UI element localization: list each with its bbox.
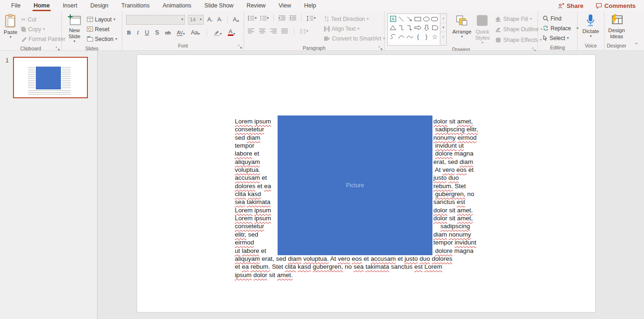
design-ideas-button[interactable]: Design Ideas — [606, 13, 627, 42]
line-spacing-button[interactable]: ▾ — [306, 15, 316, 21]
character-spacing-button[interactable]: AV▾ — [176, 30, 186, 36]
text-highlight-button[interactable]: ▾ — [212, 29, 223, 36]
right-brace-shape-icon[interactable]: } — [425, 34, 427, 40]
increase-font-size-button[interactable]: A^ — [206, 16, 214, 23]
oval-shape-icon[interactable] — [423, 16, 430, 22]
reset-button[interactable]: Reset — [86, 24, 118, 34]
replace-button[interactable]: Replace ▾ — [542, 23, 576, 33]
format-painter-icon — [21, 36, 27, 42]
comments-button[interactable]: Comments — [596, 2, 636, 9]
comments-icon — [596, 3, 602, 9]
shape-gallery[interactable]: A { — [387, 14, 440, 46]
paragraph-dialog-launcher-icon[interactable] — [378, 46, 383, 50]
menu-tab-help[interactable]: Help — [299, 0, 322, 11]
elbow-connector-icon[interactable] — [398, 25, 405, 31]
section-button[interactable]: Section▾ — [86, 34, 118, 44]
strikethrough-button[interactable]: ab — [164, 30, 172, 35]
textbox-shape-icon[interactable]: A — [390, 16, 396, 22]
decrease-indent-button[interactable] — [279, 15, 286, 21]
shape-fill-button[interactable]: Shape Fill▾ — [494, 14, 543, 24]
editing-area: Lorem ipsumconsetetursed diamtemporlabor… — [98, 51, 644, 319]
layout-icon — [87, 17, 93, 22]
dictate-caret-icon[interactable]: ▾ — [590, 34, 591, 38]
select-button[interactable]: Select▾ — [542, 33, 576, 43]
dictate-button[interactable]: Dictate ▾ — [581, 13, 601, 42]
text-shadow-button[interactable]: S — [154, 29, 160, 36]
font-name-combo[interactable]: ▾ — [126, 15, 185, 25]
decrease-font-size-button[interactable]: Aˇ — [216, 16, 223, 23]
font-dialog-launcher-icon[interactable] — [238, 45, 242, 49]
align-left-button[interactable] — [248, 28, 255, 34]
menu-tab-home[interactable]: Home — [28, 0, 55, 11]
copy-button[interactable]: Copy ▾ — [20, 24, 66, 34]
elbow-arrow-connector-icon[interactable] — [406, 25, 413, 31]
find-button[interactable]: Find — [542, 14, 576, 23]
paste-caret-icon[interactable]: ▾ — [10, 35, 12, 39]
menu-tab-insert[interactable]: Insert — [57, 0, 83, 11]
dictate-microphone-icon — [586, 14, 595, 27]
italic-button[interactable]: I — [136, 29, 139, 36]
bullets-button[interactable]: ▾ — [248, 15, 257, 21]
shape-gallery-scroll-down-icon[interactable]: ▾ — [440, 23, 446, 33]
menu-tab-animations[interactable]: Animations — [157, 0, 197, 11]
convert-smartart-button[interactable]: Convert to SmartArt▾ — [323, 34, 386, 43]
new-slide-button[interactable]: New Slide ▾ — [64, 13, 85, 45]
font-color-button[interactable]: A ▾ — [227, 29, 236, 36]
layout-button[interactable]: Layout▾ — [86, 14, 118, 24]
share-button[interactable]: Share — [558, 2, 584, 9]
menu-tab-view[interactable]: View — [273, 0, 297, 11]
shape-gallery-more-icon[interactable]: ▿ — [440, 32, 446, 41]
menu-tab-slide-show[interactable]: Slide Show — [199, 0, 239, 11]
line-shape-icon[interactable] — [398, 16, 405, 22]
new-slide-caret-icon[interactable]: ▾ — [73, 40, 75, 43]
format-painter-button[interactable]: Format Painter — [20, 34, 66, 44]
shape-outline-button[interactable]: Shape Outline▾ — [494, 25, 543, 34]
picture-placeholder-label: Picture — [346, 182, 364, 189]
down-arrow-shape-icon[interactable] — [424, 25, 430, 31]
numbering-button[interactable]: ▾ — [260, 15, 269, 21]
collapse-ribbon-icon[interactable]: ⌃ — [634, 42, 638, 48]
cut-button[interactable]: ✂ Cut — [20, 14, 66, 24]
curve-shape-icon[interactable] — [406, 34, 413, 40]
thumbnail-picture-rect — [36, 67, 61, 89]
shape-effects-button[interactable]: Shape Effects▾ — [494, 35, 543, 45]
arc-shape-icon[interactable] — [398, 34, 405, 40]
columns-button[interactable]: ▾ — [300, 29, 308, 34]
menu-tab-review[interactable]: Review — [241, 0, 271, 11]
align-text-button[interactable]: Align Text▾ — [323, 24, 386, 34]
change-case-button[interactable]: Aa▾ — [190, 29, 200, 36]
underline-button[interactable]: U — [144, 29, 150, 36]
text-left-column[interactable]: Lorem ipsumconsetetursed diamtemporlabor… — [235, 117, 278, 255]
increase-indent-button[interactable] — [289, 15, 297, 21]
manual-operation-shape-icon[interactable] — [432, 25, 438, 31]
paste-button[interactable]: Paste ▾ — [2, 13, 19, 45]
clipboard-dialog-launcher-icon[interactable] — [56, 47, 60, 51]
picture-placeholder[interactable]: Picture — [278, 115, 432, 255]
right-arrow-shape-icon[interactable] — [414, 25, 422, 31]
shape-gallery-scroll-up-icon[interactable]: ▴ — [440, 14, 446, 23]
text-direction-button[interactable]: Text Direction▾ — [323, 14, 386, 24]
triangle-shape-icon[interactable] — [390, 25, 396, 31]
arrange-button[interactable]: Arrange ▾ — [451, 14, 473, 46]
text-right-column[interactable]: dolor sit amet, sadipscing elitr,nonumy … — [433, 117, 489, 255]
arrow-shape-icon[interactable] — [406, 16, 413, 22]
align-center-button[interactable] — [259, 28, 266, 34]
quick-styles-button[interactable]: Quick Styles ▾ — [473, 14, 491, 46]
left-brace-shape-icon[interactable]: { — [417, 34, 419, 40]
font-size-combo[interactable]: 14▾ — [188, 15, 204, 25]
text-bottom[interactable]: aliquyam erat, sed diam voluptua. At ver… — [235, 255, 495, 279]
menu-tab-file[interactable]: File — [6, 0, 26, 11]
align-right-button[interactable] — [270, 28, 277, 34]
rounded-rectangle-shape-icon[interactable] — [431, 16, 438, 22]
menu-tab-transitions[interactable]: Transitions — [116, 0, 155, 11]
slide-thumbnail-1[interactable] — [13, 57, 88, 98]
star-shape-icon[interactable]: ☆ — [432, 34, 438, 40]
slide-canvas[interactable]: Lorem ipsumconsetetursed diamtemporlabor… — [137, 55, 595, 312]
rectangle-shape-icon[interactable] — [414, 16, 422, 22]
arrange-caret-icon[interactable]: ▾ — [461, 35, 463, 39]
clear-formatting-button[interactable]: A⌀ — [232, 16, 240, 23]
scribble-shape-icon[interactable] — [390, 34, 397, 40]
menu-tab-design[interactable]: Design — [85, 0, 114, 11]
justify-button[interactable] — [281, 28, 288, 34]
bold-button[interactable]: B — [126, 29, 132, 36]
